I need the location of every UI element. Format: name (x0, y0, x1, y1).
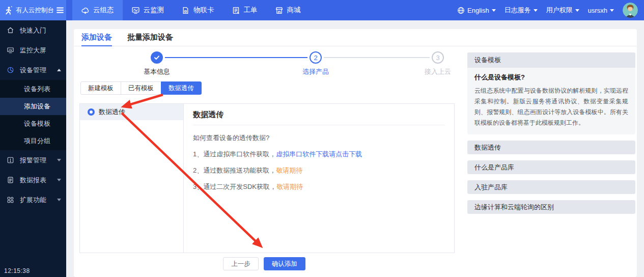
template-tab-passthrough[interactable]: 数据透传 (161, 81, 202, 95)
radio-label: 数据透传 (99, 107, 125, 117)
chevron-up-icon (57, 69, 61, 71)
chevron-down-icon (57, 159, 61, 161)
cloud-icon (81, 6, 90, 15)
big-screen-icon (7, 46, 14, 54)
nav-item-cloud-monitor[interactable]: 云监测 (123, 0, 173, 20)
chevron-down-icon (57, 199, 61, 201)
tab-add-device[interactable]: 添加设备 (81, 29, 112, 46)
chevron-down-icon (57, 179, 61, 181)
download-link[interactable]: 虚拟串口软件下载请点击下载 (276, 150, 362, 158)
top-nav: 云组态 云监测 物联卡 (72, 0, 310, 20)
home-icon (7, 26, 14, 34)
detail-item-3: 3、通过二次开发SDK获取，敬请期待 (193, 182, 445, 191)
step-connector-2 (324, 57, 430, 58)
topbar: 有人云控制台 云组态 (0, 0, 644, 20)
work-order-icon (232, 6, 240, 15)
step-connector-1 (165, 57, 307, 58)
sidebar: 快速入门 监控大屏 设备管理 设备列表 (0, 20, 66, 277)
confirm-add-button[interactable]: 确认添加 (264, 257, 305, 270)
chevron-down-icon (610, 9, 614, 12)
detail-item-text: 3、通过二次开发SDK获取， (193, 183, 276, 190)
tab-batch-add-device[interactable]: 批量添加设备 (127, 29, 173, 46)
template-detail: 数据透传 如何查看设备的透传数据? 1、通过虚拟串口软件获取，虚拟串口软件下载请… (184, 104, 454, 253)
sim-card-icon (181, 6, 190, 15)
sidebar-item-data-report[interactable]: 数据报表 (0, 170, 66, 190)
sidebar-item-monitor-screen[interactable]: 监控大屏 (0, 40, 66, 60)
sidebar-subitem-device-template[interactable]: 设备模板 (0, 115, 66, 132)
menu-log-service[interactable]: 日志服务 (505, 6, 538, 15)
passthrough-panel: 数据透传 数据透传 如何查看设备的透传数据? 1、通过虚拟串口软件获取，虚拟串口… (79, 103, 455, 253)
sidebar-item-extensions[interactable]: 扩展功能 (0, 190, 66, 210)
help-section-device-template[interactable]: 设备模板 (467, 52, 635, 68)
detail-title: 数据透传 (193, 104, 445, 125)
step-2-label: 选择产品 (285, 67, 346, 76)
sidebar-item-label: 扩展功能 (20, 196, 51, 205)
menu-label: 日志服务 (505, 6, 531, 15)
avatar[interactable] (623, 3, 638, 18)
sidebar-subitem-project-group[interactable]: 项目分组 (0, 132, 66, 150)
step-1-circle (151, 51, 163, 64)
language-label: English (467, 7, 489, 14)
store-icon (275, 6, 284, 15)
help-section-what-is-product-library[interactable]: 什么是产品库 (467, 160, 635, 174)
detail-question: 如何查看设备的透传数据? (193, 133, 445, 143)
template-tab-existing[interactable]: 已有模板 (121, 81, 161, 95)
sidebar-item-device-management[interactable]: 设备管理 (0, 60, 66, 80)
app-title: 有人云控制台 (16, 6, 54, 15)
template-type-group: 新建模板 已有模板 数据透传 (80, 81, 202, 95)
step-2-circle: 2 (310, 51, 322, 64)
previous-step-button[interactable]: 上一步 (223, 257, 259, 270)
detail-item-text: 1、通过虚拟串口软件获取， (193, 150, 276, 158)
sidebar-item-alarm-management[interactable]: 报警管理 (0, 150, 66, 170)
sidebar-subitem-device-list[interactable]: 设备列表 (0, 80, 66, 98)
help-section-passthrough[interactable]: 数据透传 (467, 141, 635, 154)
chevron-down-icon (575, 9, 579, 12)
radio-selected-icon[interactable] (88, 108, 95, 116)
wizard-footer: 上一步 确认添加 (74, 257, 455, 270)
logo-area[interactable]: 有人云控制台 (0, 0, 66, 20)
clock: 12:15:38 (4, 267, 30, 274)
help-panel: 设备模板 什么是设备模板? 云组态系统中配置与设备数据协议的解析规则，实现远程采… (467, 52, 635, 214)
help-section-edge-vs-cloud-polling[interactable]: 边缘计算和云端轮询的区别 (467, 200, 635, 214)
nav-item-label: 云监测 (144, 6, 164, 15)
check-icon (154, 54, 160, 61)
nav-item-label: 云组态 (93, 6, 114, 15)
sidebar-subitem-add-device[interactable]: 添加设备 (0, 98, 66, 115)
hamburger-menu-icon[interactable] (57, 7, 64, 13)
step-3-circle: 3 (432, 51, 444, 64)
detail-item-1: 1、通过虚拟串口软件获取，虚拟串口软件下载请点击下载 (193, 150, 445, 159)
menu-username[interactable]: usrsxh (588, 7, 614, 14)
help-question: 什么是设备模板? (474, 73, 628, 82)
step-1-label: 基本信息 (126, 67, 187, 76)
nav-item-iot-sim[interactable]: 物联卡 (173, 0, 223, 20)
globe-icon (457, 7, 465, 14)
sidebar-item-label: 报警管理 (20, 156, 51, 165)
nav-item-cloud-scada[interactable]: 云组态 (72, 0, 123, 20)
sidebar-item-label: 快速入门 (20, 26, 61, 35)
usr-logo-icon (4, 6, 13, 15)
detail-item-text: 2、通过数据推送功能获取， (193, 167, 276, 174)
language-selector[interactable]: English (457, 7, 496, 14)
help-section-join-product-library[interactable]: 入驻产品库 (467, 180, 635, 194)
sidebar-item-label: 监控大屏 (20, 46, 61, 55)
page: 有人云控制台 云组态 (0, 0, 644, 277)
sidebar-item-label: 数据报表 (20, 176, 51, 185)
sidebar-item-label: 设备管理 (20, 66, 51, 75)
device-pie-icon (7, 66, 14, 74)
grid-apps-icon (7, 196, 14, 204)
chevron-down-icon (492, 9, 496, 12)
nav-item-mall[interactable]: 商城 (266, 0, 310, 20)
menu-user-permission[interactable]: 用户权限 (546, 6, 579, 15)
nav-item-work-order[interactable]: 工单 (223, 0, 266, 20)
template-tab-new[interactable]: 新建模板 (80, 81, 121, 95)
page-tabbar: 添加设备 批量添加设备 (74, 29, 637, 46)
detail-item-2: 2、通过数据推送功能获取，敬请期待 (193, 166, 445, 175)
device-management-submenu: 设备列表 添加设备 设备模板 项目分组 (0, 80, 66, 150)
sidebar-item-quick-start[interactable]: 快速入门 (0, 20, 66, 40)
template-list: 数据透传 (80, 104, 184, 253)
nav-item-label: 商城 (287, 6, 301, 15)
username-label: usrsxh (588, 7, 607, 14)
template-option-passthrough[interactable]: 数据透传 (80, 104, 183, 120)
pending-label: 敬请期待 (276, 167, 302, 174)
help-body-text: 云组态系统中配置与设备数据协议的解析规则，实现远程采集和控制。新版云服务将通讯协… (474, 86, 628, 128)
